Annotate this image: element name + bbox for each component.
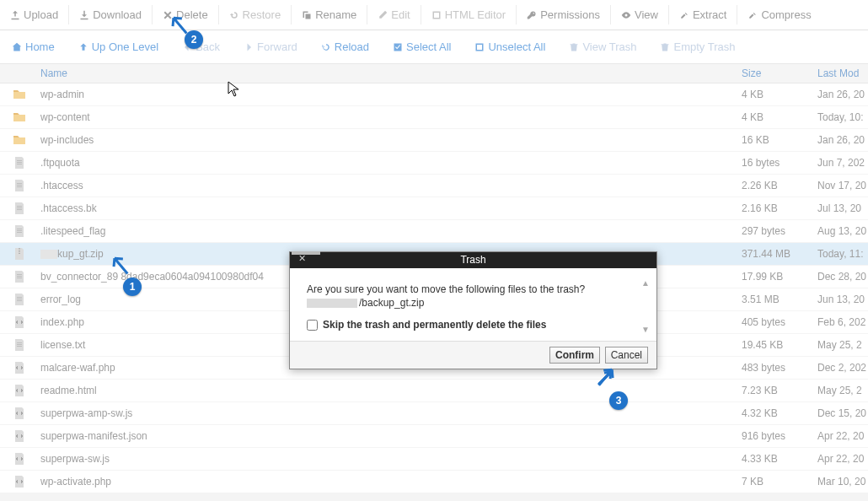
nav-toolbar: Home Up One Level Back Forward Reload Se…: [0, 30, 868, 64]
dialog-message: Are you sure you want to move the follow…: [307, 283, 640, 295]
column-name[interactable]: Name: [38, 67, 742, 79]
file-row[interactable]: readme.html7.23 KBMay 25, 2: [0, 380, 868, 402]
forward-icon: [244, 42, 254, 52]
code-file-icon: [13, 361, 26, 374]
skip-trash-checkbox[interactable]: [307, 320, 318, 331]
file-size: 16 bytes: [742, 157, 817, 169]
file-modified: Aug 13, 20: [817, 225, 868, 237]
code-file-icon: [13, 384, 26, 397]
view-trash-button[interactable]: View Trash: [557, 37, 648, 57]
file-name: readme.html: [38, 385, 742, 396]
home-button[interactable]: Home: [0, 37, 67, 57]
file-row[interactable]: wp-includes16 KBJan 26, 20: [0, 129, 868, 152]
dialog-footer: Confirm Cancel: [290, 341, 656, 369]
unselect-all-button[interactable]: Unselect All: [463, 37, 557, 57]
column-size[interactable]: Size: [742, 67, 817, 79]
forward-button[interactable]: Forward: [232, 37, 309, 57]
empty-trash-button[interactable]: Empty Trash: [648, 37, 747, 57]
label: Compress: [761, 8, 811, 21]
trash-icon: [569, 42, 579, 52]
delete-button[interactable]: Delete: [153, 5, 219, 24]
code-file-icon: [13, 429, 26, 443]
html-icon: [431, 10, 442, 20]
file-modified: Today, 10:: [817, 111, 868, 123]
extract-button[interactable]: Extract: [669, 5, 737, 24]
file-size: 405 bytes: [742, 316, 817, 328]
view-button[interactable]: View: [611, 5, 669, 24]
file-icon: [13, 338, 26, 352]
file-size: 4.33 KB: [742, 453, 817, 465]
dialog-titlebar[interactable]: ✕ Trash: [290, 252, 656, 268]
html-editor-button[interactable]: HTML Editor: [421, 5, 517, 24]
file-row[interactable]: .htaccess.bk2.16 KBJul 13, 20: [0, 197, 868, 220]
code-file-icon: [13, 475, 26, 488]
file-row[interactable]: wp-activate.php7 KBMar 10, 20: [0, 471, 868, 493]
skip-trash-text: Skip the trash and permanently delete th…: [323, 319, 546, 331]
label: Up One Level: [92, 40, 159, 53]
column-modified[interactable]: Last Mod: [817, 67, 868, 79]
file-row[interactable]: .htaccess2.26 KBNov 17, 20: [0, 175, 868, 197]
file-name: .htaccess.bk: [38, 202, 742, 214]
upload-button[interactable]: Upload: [0, 5, 69, 24]
file-modified: Jan 26, 20: [817, 89, 868, 100]
annotation-badge-1: 1: [123, 277, 142, 296]
file-modified: Dec 15, 20: [817, 407, 868, 419]
file-size: 4 KB: [742, 111, 817, 123]
confirm-button[interactable]: Confirm: [549, 347, 600, 364]
cancel-button[interactable]: Cancel: [605, 347, 648, 364]
rename-button[interactable]: Rename: [292, 5, 367, 24]
restore-button[interactable]: Restore: [219, 5, 292, 24]
file-size: 297 bytes: [742, 225, 817, 237]
edit-button[interactable]: Edit: [367, 5, 421, 24]
code-file-icon: [13, 407, 26, 420]
file-modified: Jul 13, 20: [817, 202, 868, 214]
trash-icon: [660, 42, 670, 52]
label: Unselect All: [488, 40, 545, 53]
file-size: 2.26 KB: [742, 180, 817, 191]
scroll-indicator: ▲▼: [641, 278, 651, 334]
select-all-button[interactable]: Select All: [381, 37, 463, 57]
annotation-badge-3: 3: [609, 391, 628, 410]
file-row[interactable]: superpwa-amp-sw.js4.32 KBDec 15, 20: [0, 402, 868, 425]
reload-button[interactable]: Reload: [309, 37, 381, 57]
dialog-file-path: /backup_gt.zip: [307, 297, 640, 309]
file-name: .htaccess: [38, 180, 742, 191]
label: View: [635, 8, 658, 21]
file-modified: May 25, 2: [817, 385, 868, 396]
file-name: .ftpquota: [38, 157, 742, 169]
close-icon[interactable]: ✕: [295, 253, 308, 264]
main-toolbar: Upload Download Delete Restore Rename Ed…: [0, 0, 868, 30]
label: Restore: [243, 8, 281, 21]
download-button[interactable]: Download: [69, 5, 153, 24]
file-row[interactable]: superpwa-sw.js4.33 KBApr 22, 20: [0, 448, 868, 471]
file-row[interactable]: .ftpquota16 bytesJun 7, 202: [0, 152, 868, 175]
file-size: 3.51 MB: [742, 294, 817, 305]
trash-dialog: ✕ Trash Are you sure you want to move th…: [289, 251, 657, 369]
file-row[interactable]: superpwa-manifest.json916 bytesApr 22, 2…: [0, 425, 868, 448]
file-modified: Jun 13, 20: [817, 294, 868, 305]
compress-button[interactable]: Compress: [737, 5, 821, 24]
file-row[interactable]: wp-admin4 KBJan 26, 20: [0, 84, 868, 106]
file-name: wp-admin: [38, 89, 742, 100]
file-name: wp-content: [38, 111, 742, 123]
label: View Trash: [582, 40, 636, 53]
file-modified: Feb 6, 202: [817, 316, 868, 328]
file-modified: Dec 28, 20: [817, 271, 868, 283]
key-icon: [527, 10, 537, 20]
file-name: .litespeed_flag: [38, 225, 742, 237]
file-size: 2.16 KB: [742, 202, 817, 214]
eye-icon: [621, 10, 631, 20]
file-name: superpwa-amp-sw.js: [38, 407, 742, 419]
up-button[interactable]: Up One Level: [67, 37, 171, 57]
file-size: 916 bytes: [742, 430, 817, 442]
file-row[interactable]: wp-content4 KBToday, 10:: [0, 106, 868, 129]
skip-trash-label[interactable]: Skip the trash and permanently delete th…: [307, 319, 640, 331]
label: Permissions: [540, 8, 600, 21]
up-icon: [78, 42, 88, 52]
permissions-button[interactable]: Permissions: [517, 5, 611, 24]
file-modified: Jan 26, 20: [817, 134, 868, 146]
label: HTML Editor: [445, 8, 506, 21]
file-icon: [13, 224, 26, 238]
file-row[interactable]: .litespeed_flag297 bytesAug 13, 20: [0, 220, 868, 243]
zip-icon: [13, 247, 26, 261]
